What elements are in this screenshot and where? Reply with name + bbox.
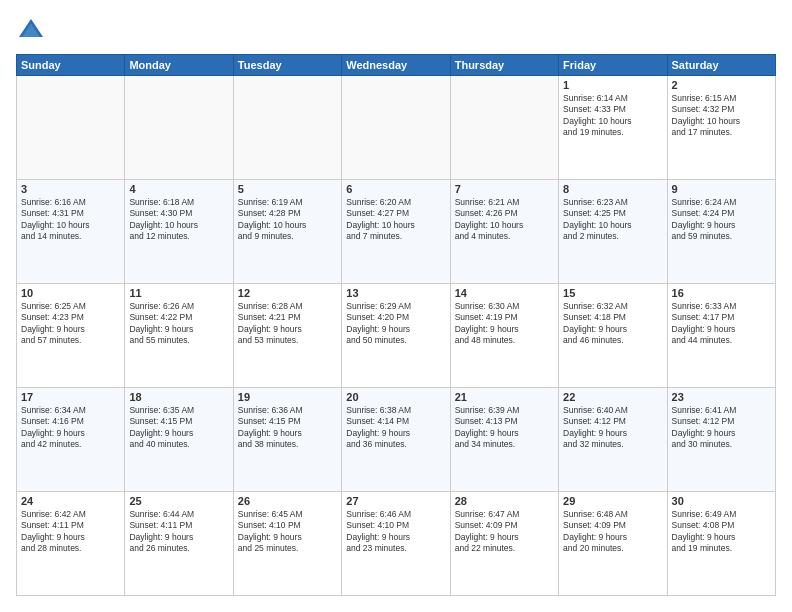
page: SundayMondayTuesdayWednesdayThursdayFrid… <box>0 0 792 612</box>
day-of-week-row: SundayMondayTuesdayWednesdayThursdayFrid… <box>17 55 776 76</box>
calendar-cell: 29Sunrise: 6:48 AM Sunset: 4:09 PM Dayli… <box>559 492 667 596</box>
week-row-4: 24Sunrise: 6:42 AM Sunset: 4:11 PM Dayli… <box>17 492 776 596</box>
day-number: 1 <box>563 79 662 91</box>
day-number: 9 <box>672 183 771 195</box>
calendar-cell: 25Sunrise: 6:44 AM Sunset: 4:11 PM Dayli… <box>125 492 233 596</box>
day-number: 19 <box>238 391 337 403</box>
calendar-cell: 11Sunrise: 6:26 AM Sunset: 4:22 PM Dayli… <box>125 284 233 388</box>
day-info: Sunrise: 6:48 AM Sunset: 4:09 PM Dayligh… <box>563 509 662 555</box>
calendar-cell: 4Sunrise: 6:18 AM Sunset: 4:30 PM Daylig… <box>125 180 233 284</box>
day-number: 13 <box>346 287 445 299</box>
calendar-cell: 5Sunrise: 6:19 AM Sunset: 4:28 PM Daylig… <box>233 180 341 284</box>
day-number: 23 <box>672 391 771 403</box>
calendar-cell <box>342 76 450 180</box>
calendar-cell: 20Sunrise: 6:38 AM Sunset: 4:14 PM Dayli… <box>342 388 450 492</box>
dow-header-tuesday: Tuesday <box>233 55 341 76</box>
day-info: Sunrise: 6:40 AM Sunset: 4:12 PM Dayligh… <box>563 405 662 451</box>
day-info: Sunrise: 6:36 AM Sunset: 4:15 PM Dayligh… <box>238 405 337 451</box>
calendar-cell: 8Sunrise: 6:23 AM Sunset: 4:25 PM Daylig… <box>559 180 667 284</box>
day-number: 2 <box>672 79 771 91</box>
day-info: Sunrise: 6:38 AM Sunset: 4:14 PM Dayligh… <box>346 405 445 451</box>
calendar-cell: 10Sunrise: 6:25 AM Sunset: 4:23 PM Dayli… <box>17 284 125 388</box>
day-number: 16 <box>672 287 771 299</box>
day-info: Sunrise: 6:42 AM Sunset: 4:11 PM Dayligh… <box>21 509 120 555</box>
calendar-cell: 15Sunrise: 6:32 AM Sunset: 4:18 PM Dayli… <box>559 284 667 388</box>
calendar-cell: 13Sunrise: 6:29 AM Sunset: 4:20 PM Dayli… <box>342 284 450 388</box>
calendar-cell: 19Sunrise: 6:36 AM Sunset: 4:15 PM Dayli… <box>233 388 341 492</box>
dow-header-monday: Monday <box>125 55 233 76</box>
day-number: 30 <box>672 495 771 507</box>
day-info: Sunrise: 6:35 AM Sunset: 4:15 PM Dayligh… <box>129 405 228 451</box>
day-number: 14 <box>455 287 554 299</box>
calendar-cell <box>233 76 341 180</box>
day-number: 11 <box>129 287 228 299</box>
day-info: Sunrise: 6:15 AM Sunset: 4:32 PM Dayligh… <box>672 93 771 139</box>
calendar-cell: 2Sunrise: 6:15 AM Sunset: 4:32 PM Daylig… <box>667 76 775 180</box>
calendar-cell: 22Sunrise: 6:40 AM Sunset: 4:12 PM Dayli… <box>559 388 667 492</box>
calendar-cell <box>450 76 558 180</box>
day-number: 5 <box>238 183 337 195</box>
week-row-2: 10Sunrise: 6:25 AM Sunset: 4:23 PM Dayli… <box>17 284 776 388</box>
day-number: 28 <box>455 495 554 507</box>
dow-header-sunday: Sunday <box>17 55 125 76</box>
day-info: Sunrise: 6:21 AM Sunset: 4:26 PM Dayligh… <box>455 197 554 243</box>
day-number: 7 <box>455 183 554 195</box>
day-info: Sunrise: 6:30 AM Sunset: 4:19 PM Dayligh… <box>455 301 554 347</box>
day-info: Sunrise: 6:20 AM Sunset: 4:27 PM Dayligh… <box>346 197 445 243</box>
day-number: 29 <box>563 495 662 507</box>
header <box>16 16 776 46</box>
day-info: Sunrise: 6:33 AM Sunset: 4:17 PM Dayligh… <box>672 301 771 347</box>
day-info: Sunrise: 6:39 AM Sunset: 4:13 PM Dayligh… <box>455 405 554 451</box>
calendar-cell: 27Sunrise: 6:46 AM Sunset: 4:10 PM Dayli… <box>342 492 450 596</box>
week-row-0: 1Sunrise: 6:14 AM Sunset: 4:33 PM Daylig… <box>17 76 776 180</box>
day-number: 15 <box>563 287 662 299</box>
day-number: 27 <box>346 495 445 507</box>
dow-header-thursday: Thursday <box>450 55 558 76</box>
day-number: 4 <box>129 183 228 195</box>
day-info: Sunrise: 6:25 AM Sunset: 4:23 PM Dayligh… <box>21 301 120 347</box>
dow-header-wednesday: Wednesday <box>342 55 450 76</box>
day-number: 24 <box>21 495 120 507</box>
calendar-cell: 6Sunrise: 6:20 AM Sunset: 4:27 PM Daylig… <box>342 180 450 284</box>
day-info: Sunrise: 6:49 AM Sunset: 4:08 PM Dayligh… <box>672 509 771 555</box>
day-number: 26 <box>238 495 337 507</box>
day-info: Sunrise: 6:47 AM Sunset: 4:09 PM Dayligh… <box>455 509 554 555</box>
day-number: 10 <box>21 287 120 299</box>
day-info: Sunrise: 6:26 AM Sunset: 4:22 PM Dayligh… <box>129 301 228 347</box>
logo <box>16 16 50 46</box>
week-row-1: 3Sunrise: 6:16 AM Sunset: 4:31 PM Daylig… <box>17 180 776 284</box>
day-number: 8 <box>563 183 662 195</box>
calendar-cell: 30Sunrise: 6:49 AM Sunset: 4:08 PM Dayli… <box>667 492 775 596</box>
day-info: Sunrise: 6:46 AM Sunset: 4:10 PM Dayligh… <box>346 509 445 555</box>
calendar-cell: 18Sunrise: 6:35 AM Sunset: 4:15 PM Dayli… <box>125 388 233 492</box>
calendar-cell <box>125 76 233 180</box>
calendar-cell: 16Sunrise: 6:33 AM Sunset: 4:17 PM Dayli… <box>667 284 775 388</box>
day-info: Sunrise: 6:28 AM Sunset: 4:21 PM Dayligh… <box>238 301 337 347</box>
calendar-cell: 26Sunrise: 6:45 AM Sunset: 4:10 PM Dayli… <box>233 492 341 596</box>
day-number: 6 <box>346 183 445 195</box>
calendar-cell: 3Sunrise: 6:16 AM Sunset: 4:31 PM Daylig… <box>17 180 125 284</box>
day-info: Sunrise: 6:16 AM Sunset: 4:31 PM Dayligh… <box>21 197 120 243</box>
calendar-cell: 9Sunrise: 6:24 AM Sunset: 4:24 PM Daylig… <box>667 180 775 284</box>
calendar-cell: 12Sunrise: 6:28 AM Sunset: 4:21 PM Dayli… <box>233 284 341 388</box>
logo-icon <box>16 16 46 46</box>
day-info: Sunrise: 6:44 AM Sunset: 4:11 PM Dayligh… <box>129 509 228 555</box>
day-info: Sunrise: 6:41 AM Sunset: 4:12 PM Dayligh… <box>672 405 771 451</box>
week-row-3: 17Sunrise: 6:34 AM Sunset: 4:16 PM Dayli… <box>17 388 776 492</box>
day-info: Sunrise: 6:32 AM Sunset: 4:18 PM Dayligh… <box>563 301 662 347</box>
calendar-cell: 1Sunrise: 6:14 AM Sunset: 4:33 PM Daylig… <box>559 76 667 180</box>
day-number: 20 <box>346 391 445 403</box>
day-number: 22 <box>563 391 662 403</box>
day-info: Sunrise: 6:34 AM Sunset: 4:16 PM Dayligh… <box>21 405 120 451</box>
day-info: Sunrise: 6:19 AM Sunset: 4:28 PM Dayligh… <box>238 197 337 243</box>
dow-header-friday: Friday <box>559 55 667 76</box>
calendar-cell: 7Sunrise: 6:21 AM Sunset: 4:26 PM Daylig… <box>450 180 558 284</box>
calendar-cell: 17Sunrise: 6:34 AM Sunset: 4:16 PM Dayli… <box>17 388 125 492</box>
day-info: Sunrise: 6:24 AM Sunset: 4:24 PM Dayligh… <box>672 197 771 243</box>
calendar-cell <box>17 76 125 180</box>
calendar-cell: 23Sunrise: 6:41 AM Sunset: 4:12 PM Dayli… <box>667 388 775 492</box>
day-number: 17 <box>21 391 120 403</box>
dow-header-saturday: Saturday <box>667 55 775 76</box>
day-number: 21 <box>455 391 554 403</box>
day-info: Sunrise: 6:14 AM Sunset: 4:33 PM Dayligh… <box>563 93 662 139</box>
